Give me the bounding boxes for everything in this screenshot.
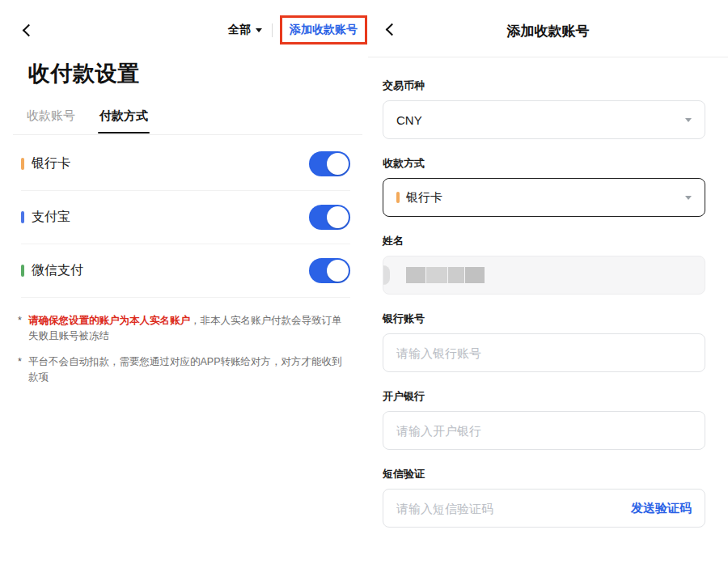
currency-select[interactable]: CNY: [383, 100, 705, 139]
note-warning-bold: 请确保您设置的账户为本人实名账户: [28, 315, 190, 326]
method-value: 银行卡: [406, 190, 442, 206]
redact-block: [448, 267, 464, 283]
toggle-knob: [327, 260, 349, 282]
currency-group: 交易币种 CNY: [383, 78, 705, 139]
method-label: 微信支付: [32, 262, 83, 279]
tab-receive-accounts[interactable]: 收款账号: [27, 108, 75, 134]
toggle-wechatpay[interactable]: [309, 258, 350, 283]
caret-down-icon: [256, 28, 262, 32]
note-realname: * 请确保您设置的账户为本人实名账户，非本人实名账户付款会导致订单失败且账号被冻…: [18, 313, 349, 345]
bank-name-input[interactable]: [396, 424, 692, 438]
filter-label: 全部: [228, 23, 251, 37]
annotation-highlight-box: 添加收款账号: [280, 15, 367, 45]
page-title: 收付款设置: [28, 59, 368, 88]
method-label: 收款方式: [383, 156, 705, 171]
add-account-screen: 添加收款账号 交易币种 CNY 收款方式 银行卡 姓名: [368, 0, 728, 568]
bank-account-group: 银行账号: [383, 312, 705, 372]
name-field: [383, 256, 705, 295]
dual-screen-canvas: 全部 添加收款账号 收付款设置 收款账号 付款方式 银行卡: [0, 0, 728, 568]
right-header: 添加收款账号: [368, 0, 728, 57]
method-select[interactable]: 银行卡: [383, 178, 705, 217]
screen-title: 添加收款账号: [368, 0, 728, 40]
filter-dropdown[interactable]: 全部: [228, 23, 262, 37]
method-row-alipay: 支付宝: [21, 191, 350, 244]
note-no-autodebit: * 平台不会自动扣款，需要您通过对应的APP转账给对方，对方才能收到款项: [18, 354, 349, 386]
currency-value: CNY: [396, 113, 422, 127]
method-row-bankcard: 银行卡: [21, 138, 350, 191]
method-group: 收款方式 银行卡: [383, 156, 705, 217]
bank-name-field: [383, 411, 705, 450]
currency-label: 交易币种: [383, 78, 705, 93]
tab-bar: 收款账号 付款方式: [27, 108, 368, 134]
sms-group: 短信验证 发送验证码: [383, 467, 705, 528]
left-header-actions: 全部 添加收款账号: [228, 15, 368, 45]
redact-block: [465, 267, 485, 283]
tab-payment-methods[interactable]: 付款方式: [99, 108, 148, 134]
sms-field: 发送验证码: [383, 489, 705, 528]
toggle-alipay[interactable]: [309, 205, 350, 230]
redacted-glyph: [383, 265, 390, 285]
alipay-color-bar-icon: [21, 211, 24, 223]
left-header: 全部 添加收款账号: [0, 0, 368, 44]
sms-label: 短信验证: [383, 467, 705, 481]
caret-down-icon: [685, 196, 692, 200]
redact-block: [426, 267, 447, 283]
payment-settings-screen: 全部 添加收款账号 收付款设置 收款账号 付款方式 银行卡: [0, 0, 368, 568]
name-label: 姓名: [383, 234, 705, 248]
note-text: 请确保您设置的账户为本人实名账户，非本人实名账户付款会导致订单失败且账号被冻结: [28, 313, 349, 345]
note-text: 平台不会自动扣款，需要您通过对应的APP转账给对方，对方才能收到款项: [28, 354, 349, 386]
add-account-form: 交易币种 CNY 收款方式 银行卡 姓名: [368, 57, 728, 528]
tab-divider: [13, 134, 362, 135]
method-label: 支付宝: [32, 209, 70, 226]
back-icon[interactable]: [23, 23, 36, 36]
method-label: 银行卡: [32, 155, 70, 172]
bank-account-input[interactable]: [396, 346, 692, 360]
bank-account-field: [383, 333, 705, 372]
footnotes: * 请确保您设置的账户为本人实名账户，非本人实名账户付款会导致订单失败且账号被冻…: [18, 313, 349, 386]
sms-code-input[interactable]: [396, 502, 631, 515]
bank-name-label: 开户银行: [383, 389, 705, 404]
note-marker: *: [18, 354, 28, 386]
bank-name-group: 开户银行: [383, 389, 705, 450]
name-group: 姓名: [383, 234, 705, 295]
bankcard-color-bar-icon: [21, 158, 24, 170]
toggle-knob: [327, 153, 349, 175]
bank-account-label: 银行账号: [383, 312, 705, 326]
header-divider: [272, 23, 273, 37]
method-row-wechatpay: 微信支付: [21, 244, 350, 298]
redact-block: [406, 267, 425, 283]
note-marker: *: [18, 313, 28, 345]
redacted-name-value: [406, 267, 485, 283]
toggle-knob: [327, 206, 349, 228]
add-account-button[interactable]: 添加收款账号: [290, 23, 358, 36]
toggle-bankcard[interactable]: [309, 151, 350, 176]
send-code-button[interactable]: 发送验证码: [631, 501, 692, 516]
bankcard-color-bar-icon: [396, 192, 400, 203]
caret-down-icon: [685, 118, 692, 122]
wechatpay-color-bar-icon: [21, 265, 24, 277]
payment-method-list: 银行卡 支付宝 微信支付: [21, 138, 350, 298]
